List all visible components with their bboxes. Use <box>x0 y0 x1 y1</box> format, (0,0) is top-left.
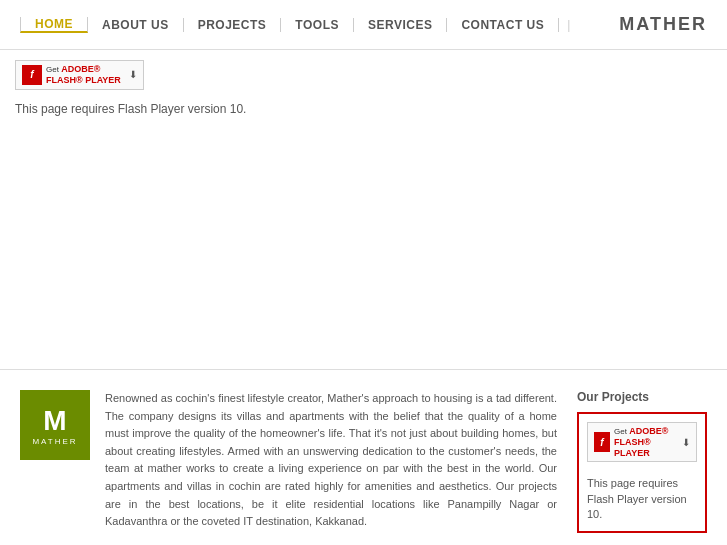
nav-about[interactable]: ABOUT US <box>88 18 184 32</box>
projects-flash-icon: f <box>594 432 610 452</box>
our-projects-section: Our Projects f Get ADOBE® FLASH® PLAYER … <box>577 390 707 533</box>
company-info: M MATHER Renowned as cochin's finest lif… <box>20 390 557 533</box>
projects-flash-badge[interactable]: f Get ADOBE® FLASH® PLAYER ⬇ <box>587 422 697 462</box>
nav-contact[interactable]: CONTACT US <box>447 18 559 32</box>
company-description: Renowned as cochin's finest lifestyle cr… <box>105 390 557 533</box>
brand-name: MATHER <box>619 14 707 35</box>
projects-flash-box: f Get ADOBE® FLASH® PLAYER ⬇ This page r… <box>577 412 707 533</box>
nav-tools[interactable]: TOOLS <box>281 18 354 32</box>
company-logo: M MATHER <box>20 390 90 460</box>
flash-download-icon[interactable]: ⬇ <box>129 69 137 80</box>
navigation: HOME ABOUT US PROJECTS TOOLS SERVICES CO… <box>20 17 570 33</box>
projects-flash-download-icon[interactable]: ⬇ <box>682 437 690 448</box>
logo-letter: M <box>43 405 66 437</box>
flash-icon: f <box>22 65 42 85</box>
main-content: f Get ADOBE® FLASH® PLAYER ⬇ This page r… <box>0 50 727 370</box>
nav-home[interactable]: HOME <box>20 17 88 33</box>
bottom-section: M MATHER Renowned as cochin's finest lif… <box>0 370 727 545</box>
projects-flash-requires: This page requires Flash Player version … <box>587 476 697 522</box>
nav-services[interactable]: SERVICES <box>354 18 447 32</box>
our-projects-title: Our Projects <box>577 390 707 404</box>
flash-badge[interactable]: f Get ADOBE® FLASH® PLAYER ⬇ <box>15 60 144 90</box>
logo-name: MATHER <box>32 437 77 446</box>
flash-requires-message: This page requires Flash Player version … <box>15 102 712 116</box>
nav-projects[interactable]: PROJECTS <box>184 18 282 32</box>
header: HOME ABOUT US PROJECTS TOOLS SERVICES CO… <box>0 0 727 50</box>
projects-flash-text: Get ADOBE® FLASH® PLAYER <box>614 426 674 458</box>
flash-text: Get ADOBE® FLASH® PLAYER <box>46 64 121 86</box>
